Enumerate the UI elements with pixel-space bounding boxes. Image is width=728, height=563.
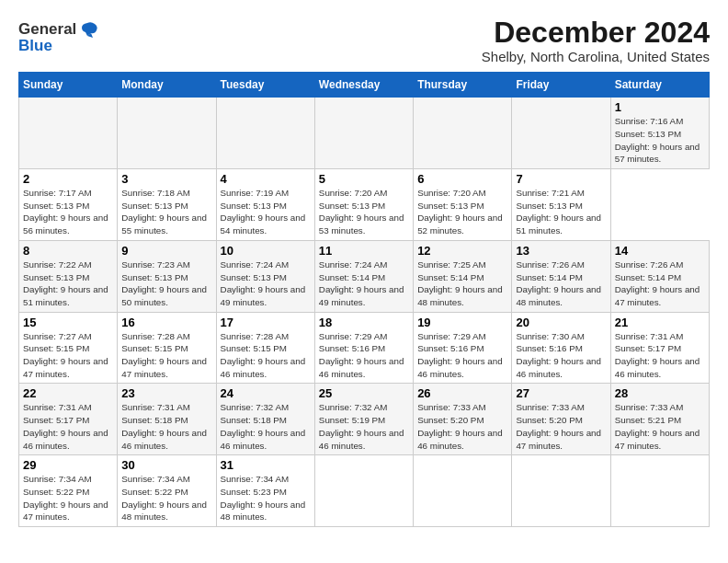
day-number: 23: [121, 386, 211, 400]
day-detail: Sunrise: 7:28 AM Sunset: 5:15 PM Dayligh…: [121, 331, 207, 379]
day-number: 19: [417, 316, 507, 329]
logo-general: General: [18, 20, 76, 39]
calendar-cell: [118, 98, 216, 169]
calendar-week-row: 22Sunrise: 7:31 AM Sunset: 5:17 PM Dayli…: [19, 384, 710, 455]
calendar-cell: [414, 455, 512, 527]
day-detail: Sunrise: 7:27 AM Sunset: 5:15 PM Dayligh…: [23, 331, 108, 379]
calendar-cell: [19, 98, 118, 169]
day-number: 22: [23, 386, 113, 400]
day-detail: Sunrise: 7:17 AM Sunset: 5:13 PM Dayligh…: [23, 188, 108, 236]
day-number: 16: [121, 316, 211, 329]
header-row: General Blue December 2024 Shelby, North…: [18, 17, 710, 64]
calendar-cell: 22Sunrise: 7:31 AM Sunset: 5:17 PM Dayli…: [19, 384, 118, 455]
calendar-cell: 2Sunrise: 7:17 AM Sunset: 5:13 PM Daylig…: [19, 169, 118, 241]
day-detail: Sunrise: 7:20 AM Sunset: 5:13 PM Dayligh…: [417, 188, 503, 236]
calendar-cell: 31Sunrise: 7:34 AM Sunset: 5:23 PM Dayli…: [216, 455, 314, 527]
calendar-cell: [512, 98, 610, 169]
calendar-cell: 9Sunrise: 7:23 AM Sunset: 5:13 PM Daylig…: [118, 240, 216, 312]
day-number: 7: [516, 172, 606, 186]
day-detail: Sunrise: 7:19 AM Sunset: 5:13 PM Dayligh…: [221, 188, 306, 236]
day-number: 18: [319, 316, 409, 329]
day-number: 30: [121, 458, 211, 472]
day-detail: Sunrise: 7:32 AM Sunset: 5:19 PM Dayligh…: [319, 402, 404, 450]
day-number: 9: [121, 244, 211, 258]
calendar-cell: 11Sunrise: 7:24 AM Sunset: 5:14 PM Dayli…: [314, 240, 413, 312]
day-detail: Sunrise: 7:34 AM Sunset: 5:22 PM Dayligh…: [23, 474, 108, 522]
day-detail: Sunrise: 7:18 AM Sunset: 5:13 PM Dayligh…: [121, 188, 207, 236]
calendar-cell: 26Sunrise: 7:33 AM Sunset: 5:20 PM Dayli…: [414, 384, 512, 455]
calendar-cell: 21Sunrise: 7:31 AM Sunset: 5:17 PM Dayli…: [610, 312, 709, 384]
day-detail: Sunrise: 7:24 AM Sunset: 5:14 PM Dayligh…: [319, 259, 404, 307]
calendar-cell: 6Sunrise: 7:20 AM Sunset: 5:13 PM Daylig…: [414, 169, 512, 241]
calendar-cell: 28Sunrise: 7:33 AM Sunset: 5:21 PM Dayli…: [610, 384, 709, 455]
calendar-cell: 12Sunrise: 7:25 AM Sunset: 5:14 PM Dayli…: [414, 240, 512, 312]
day-number: 12: [417, 244, 507, 258]
month-title: December 2024: [482, 17, 710, 49]
calendar-cell: [512, 455, 610, 527]
calendar-cell: 19Sunrise: 7:29 AM Sunset: 5:16 PM Dayli…: [414, 312, 512, 384]
calendar-cell: [314, 455, 413, 527]
calendar-cell: 24Sunrise: 7:32 AM Sunset: 5:18 PM Dayli…: [216, 384, 314, 455]
day-detail: Sunrise: 7:32 AM Sunset: 5:18 PM Dayligh…: [221, 402, 306, 450]
calendar-header-row: SundayMondayTuesdayWednesdayThursdayFrid…: [19, 73, 710, 98]
day-number: 4: [221, 172, 311, 186]
day-number: 15: [23, 316, 113, 329]
day-detail: Sunrise: 7:24 AM Sunset: 5:13 PM Dayligh…: [221, 259, 306, 307]
day-detail: Sunrise: 7:26 AM Sunset: 5:14 PM Dayligh…: [516, 259, 601, 307]
calendar-cell: 3Sunrise: 7:18 AM Sunset: 5:13 PM Daylig…: [118, 169, 216, 241]
day-number: 29: [23, 458, 113, 472]
day-detail: Sunrise: 7:30 AM Sunset: 5:16 PM Dayligh…: [516, 331, 601, 379]
day-detail: Sunrise: 7:20 AM Sunset: 5:13 PM Dayligh…: [319, 188, 404, 236]
day-number: 13: [516, 244, 606, 258]
calendar-table: SundayMondayTuesdayWednesdayThursdayFrid…: [18, 72, 710, 527]
day-detail: Sunrise: 7:21 AM Sunset: 5:13 PM Dayligh…: [516, 188, 601, 236]
calendar-cell: 30Sunrise: 7:34 AM Sunset: 5:22 PM Dayli…: [118, 455, 216, 527]
calendar-cell: [216, 98, 314, 169]
location: Shelby, North Carolina, United States: [482, 49, 710, 64]
title-block: December 2024 Shelby, North Carolina, Un…: [482, 17, 710, 64]
calendar-cell: 4Sunrise: 7:19 AM Sunset: 5:13 PM Daylig…: [216, 169, 314, 241]
day-number: 28: [615, 386, 705, 400]
day-number: 17: [221, 316, 311, 329]
day-detail: Sunrise: 7:22 AM Sunset: 5:13 PM Dayligh…: [23, 259, 108, 307]
calendar-week-row: 15Sunrise: 7:27 AM Sunset: 5:15 PM Dayli…: [19, 312, 710, 384]
day-detail: Sunrise: 7:26 AM Sunset: 5:14 PM Dayligh…: [615, 259, 700, 307]
calendar-cell: 8Sunrise: 7:22 AM Sunset: 5:13 PM Daylig…: [19, 240, 118, 312]
calendar-cell: 25Sunrise: 7:32 AM Sunset: 5:19 PM Dayli…: [314, 384, 413, 455]
day-detail: Sunrise: 7:33 AM Sunset: 5:20 PM Dayligh…: [516, 402, 601, 450]
day-detail: Sunrise: 7:34 AM Sunset: 5:23 PM Dayligh…: [221, 474, 306, 522]
column-header-monday: Monday: [118, 73, 216, 98]
day-number: 8: [23, 244, 113, 258]
day-number: 3: [121, 172, 211, 186]
column-header-wednesday: Wednesday: [314, 73, 413, 98]
day-number: 31: [221, 458, 311, 472]
day-detail: Sunrise: 7:34 AM Sunset: 5:22 PM Dayligh…: [121, 474, 207, 522]
day-detail: Sunrise: 7:28 AM Sunset: 5:15 PM Dayligh…: [221, 331, 306, 379]
day-number: 2: [23, 172, 113, 186]
calendar-cell: [610, 455, 709, 527]
logo-blue: Blue: [18, 37, 52, 55]
logo: General Blue: [18, 20, 98, 55]
column-header-friday: Friday: [512, 73, 610, 98]
day-number: 10: [221, 244, 311, 258]
calendar-cell: 5Sunrise: 7:20 AM Sunset: 5:13 PM Daylig…: [314, 169, 413, 241]
calendar-week-row: 1Sunrise: 7:16 AM Sunset: 5:13 PM Daylig…: [19, 98, 710, 169]
day-detail: Sunrise: 7:25 AM Sunset: 5:14 PM Dayligh…: [417, 259, 503, 307]
day-detail: Sunrise: 7:33 AM Sunset: 5:21 PM Dayligh…: [615, 402, 700, 450]
column-header-thursday: Thursday: [414, 73, 512, 98]
calendar-cell: 20Sunrise: 7:30 AM Sunset: 5:16 PM Dayli…: [512, 312, 610, 384]
calendar-cell: 7Sunrise: 7:21 AM Sunset: 5:13 PM Daylig…: [512, 169, 610, 241]
day-number: 11: [319, 244, 409, 258]
day-detail: Sunrise: 7:31 AM Sunset: 5:17 PM Dayligh…: [615, 331, 700, 379]
column-header-saturday: Saturday: [610, 73, 709, 98]
day-detail: Sunrise: 7:23 AM Sunset: 5:13 PM Dayligh…: [121, 259, 207, 307]
calendar-page: General Blue December 2024 Shelby, North…: [0, 0, 728, 538]
day-number: 21: [615, 316, 705, 329]
day-number: 14: [615, 244, 705, 258]
calendar-week-row: 29Sunrise: 7:34 AM Sunset: 5:22 PM Dayli…: [19, 455, 710, 527]
day-detail: Sunrise: 7:31 AM Sunset: 5:18 PM Dayligh…: [121, 402, 207, 450]
calendar-cell: 13Sunrise: 7:26 AM Sunset: 5:14 PM Dayli…: [512, 240, 610, 312]
calendar-week-row: 2Sunrise: 7:17 AM Sunset: 5:13 PM Daylig…: [19, 169, 710, 241]
calendar-cell: [414, 98, 512, 169]
day-detail: Sunrise: 7:29 AM Sunset: 5:16 PM Dayligh…: [319, 331, 404, 379]
